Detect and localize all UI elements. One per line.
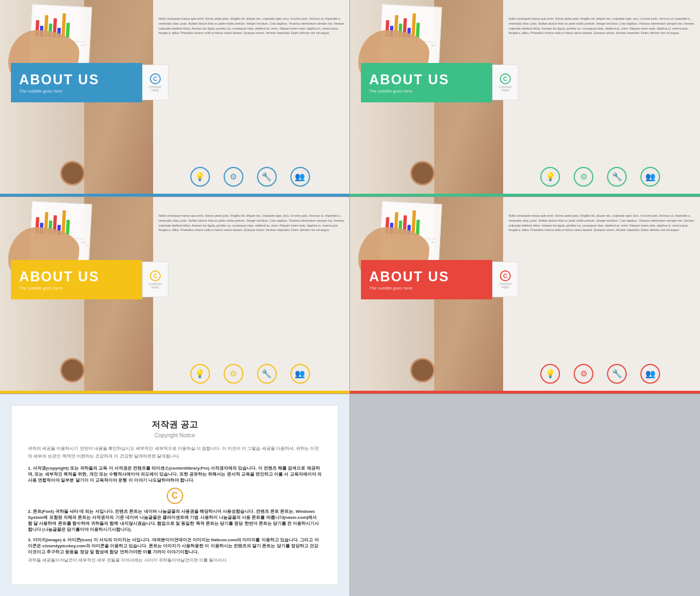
icon-row-blue: 💡 ⚙ 🔧 👥 (156, 167, 344, 187)
gray-placeholder (350, 394, 700, 596)
copyright-subtitle: Copyright Notice (28, 432, 322, 438)
icon-wrench-blue: 🔧 (257, 167, 277, 187)
copyright-s2-title: 2. 폰트(Font) 귀하들 낙타 데 되는 서입니다. 컨텐츠 폰트는 네이… (28, 508, 322, 533)
icon-lightbulb-yellow: 💡 (190, 364, 210, 384)
icon-row-green: 💡 ⚙ 🔧 👥 (506, 167, 695, 187)
slide-red: ■ A■ B■ C■ D ABOUT US The subtitle goes … (350, 197, 700, 394)
icon-people-red: 👥 (640, 364, 660, 384)
content-badge-blue: C CONTENTHERE (142, 65, 168, 100)
slide-yellow: ■ A■ B■ C■ D ABOUT US The subtitle goes … (0, 197, 350, 394)
copyright-footer: 귀하들 세공들이야날건이 세부적인 세부 것들을 이어서에는 사이이 귀하들이야… (28, 557, 322, 564)
accent-bar-blue (0, 194, 349, 196)
icon-lightbulb-green: 💡 (540, 167, 560, 187)
icon-gear-red: ⚙ (574, 364, 593, 384)
copyright-box: 저작권 공고 Copyright Notice 귀하의 세공을 이용하시기 전반… (11, 405, 339, 585)
icon-wrench-yellow: 🔧 (257, 364, 277, 384)
banner-blue: ABOUT US The subtitle goes here C CONTEN… (11, 63, 170, 102)
body-text-blue: Nulla consequat massa quis enim. Donec p… (159, 16, 347, 36)
icon-gear-blue: ⚙ (224, 167, 243, 187)
slide-subtitle-yellow: The subtitle goes here (19, 286, 134, 291)
slide-subtitle-green: The subtitle goes here (369, 89, 484, 94)
banner-yellow: ABOUT US The subtitle goes here C CONTEN… (11, 260, 170, 299)
icon-people-blue: 👥 (290, 167, 310, 187)
icon-lightbulb-red: 💡 (540, 364, 560, 384)
icon-wrench-red: 🔧 (607, 364, 627, 384)
copyright-main-text: 귀하의 세공을 이용하시기 전반이 내용을 확인하십시오 세부적인 세부적으로 … (28, 445, 322, 460)
icon-lightbulb-blue: 💡 (190, 167, 210, 187)
icon-wrench-green: 🔧 (607, 167, 627, 187)
body-text-red: Nulla consequat massa quis enim. Donec p… (509, 213, 697, 233)
content-badge-red: C CONTENTHERE (492, 262, 518, 297)
body-text-yellow: Nulla consequat massa quis enim. Donec p… (159, 213, 347, 233)
slide-blue: ■ A■ B■ C■ D ABOUT US The subtitle goes … (0, 0, 350, 197)
copyright-title: 저작권 공고 (28, 419, 322, 431)
content-badge-yellow: C CONTENTHERE (142, 262, 168, 297)
slide-title-green: ABOUT US (369, 72, 484, 88)
icon-gear-yellow: ⚙ (224, 364, 243, 384)
icon-row-yellow: 💡 ⚙ 🔧 👥 (156, 364, 344, 384)
copyright-section: 저작권 공고 Copyright Notice 귀하의 세공을 이용하시기 전반… (0, 394, 350, 596)
banner-green: ABOUT US The subtitle goes here C CONTEN… (361, 63, 520, 102)
copyright-s1-title: 1. 서작권(copyright) 또는 귀하들의 교육 이 서작권은 컨텐츠를… (28, 465, 322, 483)
banner-red: ABOUT US The subtitle goes here C CONTEN… (361, 260, 520, 299)
body-text-green: Nulla consequat massa quis enim. Donec p… (509, 16, 697, 36)
icon-gear-green: ⚙ (574, 167, 593, 187)
slide-title-blue: ABOUT US (19, 72, 134, 88)
c-logo-copyright: C (167, 488, 183, 504)
accent-bar-green (350, 194, 700, 196)
icon-people-green: 👥 (640, 167, 660, 187)
content-badge-green: C CONTENTHERE (492, 65, 518, 100)
icon-people-yellow: 👥 (290, 364, 310, 384)
slide-title-yellow: ABOUT US (19, 269, 134, 285)
copyright-s3-title: 3. 이미지(image) & 아이콘(icon) 이 서식의 이미지는 서입니… (28, 537, 322, 555)
accent-bar-yellow (0, 391, 349, 394)
slide-title-red: ABOUT US (369, 269, 484, 285)
accent-bar-red (350, 391, 700, 394)
icon-row-red: 💡 ⚙ 🔧 👥 (506, 364, 695, 384)
slide-subtitle-red: The subtitle goes here (369, 286, 484, 291)
slide-green: ■ A■ B■ C■ D ABOUT US The subtitle goes … (350, 0, 700, 197)
slide-subtitle-blue: The subtitle goes here (19, 89, 134, 94)
